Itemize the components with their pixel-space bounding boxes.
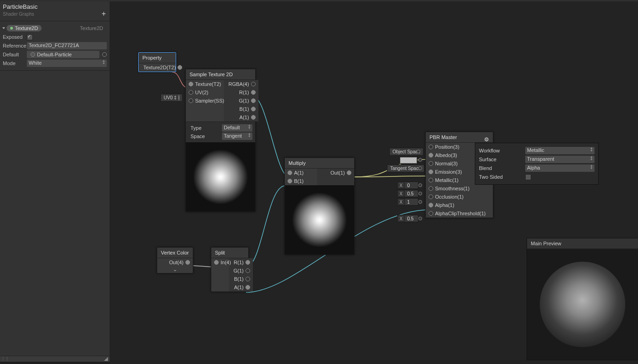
g-out-port[interactable] <box>251 98 256 103</box>
property-node[interactable]: Property Texture2D(T2) <box>138 52 176 72</box>
g-out-port[interactable] <box>245 268 250 273</box>
property-pill[interactable]: Texture2D <box>6 25 42 31</box>
main-preview-viewport[interactable] <box>527 249 638 360</box>
alphaclip-value-pin[interactable]: X0.5 <box>397 215 418 222</box>
pin-connector[interactable] <box>418 183 422 187</box>
expand-icon[interactable] <box>2 27 5 29</box>
blend-label: Blend <box>479 165 525 171</box>
surface-label: Surface <box>479 157 525 162</box>
pin-connector[interactable] <box>418 166 422 170</box>
reference-field[interactable]: Texture2D_FC27721A <box>27 42 107 49</box>
blackboard-footer: ⋮⋮◢ <box>0 356 110 362</box>
workflow-dropdown[interactable]: Metallic <box>525 147 595 154</box>
smoothness-value-pin[interactable]: X0.5 <box>397 190 418 197</box>
expand-preview-icon[interactable]: ⌄ <box>157 267 193 273</box>
pin-connector[interactable] <box>417 150 420 153</box>
metallic-port[interactable] <box>429 178 433 182</box>
node-title[interactable]: Sample Texture 2D <box>186 69 255 80</box>
two-sided-checkbox[interactable] <box>525 174 531 180</box>
node-title[interactable]: Vertex Color <box>157 248 193 258</box>
node-preview <box>186 142 255 212</box>
space-dropdown[interactable]: Tangent <box>222 133 252 140</box>
main-preview-panel[interactable]: Main Preview <box>527 238 638 360</box>
pin-connector[interactable] <box>418 217 422 220</box>
object-picker-icon[interactable] <box>102 52 107 57</box>
graph-subtitle: Shader Graphs <box>3 12 107 17</box>
node-preview <box>285 185 354 255</box>
pin-connector[interactable] <box>418 200 422 204</box>
property-type: Texture2D <box>80 25 103 31</box>
pin-connector[interactable] <box>418 158 422 162</box>
out-port[interactable] <box>347 170 351 175</box>
position-port[interactable] <box>429 145 433 149</box>
sample-texture-node[interactable]: Sample Texture 2D Texture(T2) UV(2) Samp… <box>185 69 256 212</box>
node-title[interactable]: Property <box>139 53 176 63</box>
alpha-port[interactable] <box>429 203 433 207</box>
surface-dropdown[interactable]: Transparent <box>525 156 595 163</box>
pin-connector[interactable] <box>418 192 422 195</box>
mode-dropdown[interactable]: White <box>27 60 107 67</box>
occlusion-value-pin[interactable]: X1 <box>397 198 418 206</box>
out-port[interactable] <box>185 260 190 265</box>
node-title[interactable]: Split <box>211 248 248 258</box>
blend-dropdown[interactable]: Alpha <box>525 164 595 172</box>
b-out-port[interactable] <box>251 107 256 111</box>
mode-label: Mode <box>3 61 27 66</box>
blackboard-panel: ParticleBasic Shader Graphs + Texture2D … <box>0 1 110 362</box>
in-port[interactable] <box>214 260 219 265</box>
uv-in-port[interactable] <box>189 90 193 95</box>
exposed-label: Exposed <box>3 34 27 40</box>
texture-in-port[interactable] <box>189 82 193 86</box>
r-out-port[interactable] <box>245 260 250 265</box>
node-title[interactable]: PBR Master⚙ <box>426 132 493 143</box>
default-texture-field[interactable]: Default-Particle <box>27 51 99 58</box>
albedo-port[interactable] <box>429 153 433 158</box>
add-property-button[interactable]: + <box>102 10 106 18</box>
metallic-value-pin[interactable]: X0 <box>397 182 418 189</box>
rgba-out-port[interactable] <box>251 82 256 86</box>
alphaclip-port[interactable] <box>429 211 433 216</box>
a-out-port[interactable] <box>245 285 250 290</box>
uv-pin-dropdown[interactable]: UV0 ‡ <box>160 94 183 102</box>
r-out-port[interactable] <box>251 90 256 95</box>
out-port-label: Texture2D(T2) <box>141 65 178 70</box>
split-node[interactable]: Split In(4) R(1) G(1) B(1) A(1) <box>211 247 249 292</box>
main-preview-title[interactable]: Main Preview <box>527 238 638 249</box>
multiply-node[interactable]: Multiply A(1) B(1) Out(1) <box>284 158 355 255</box>
b-out-port[interactable] <box>245 277 250 281</box>
type-dropdown[interactable]: Default <box>222 124 252 132</box>
exposed-checkbox[interactable] <box>27 34 33 40</box>
reference-label: Reference <box>3 43 27 49</box>
a-in-port[interactable] <box>288 170 292 175</box>
graph-canvas[interactable]: Property Texture2D(T2) Sample Texture 2D… <box>110 1 638 364</box>
workflow-label: Workflow <box>479 148 525 153</box>
master-settings-popup[interactable]: WorkflowMetallic SurfaceTransparent Blen… <box>475 143 599 185</box>
normal-port[interactable] <box>429 161 433 166</box>
a-out-port[interactable] <box>251 115 256 120</box>
occlusion-port[interactable] <box>429 194 433 199</box>
smoothness-port[interactable] <box>429 186 433 191</box>
sampler-in-port[interactable] <box>189 98 193 103</box>
b-in-port[interactable] <box>288 179 292 183</box>
vertex-color-node[interactable]: Vertex Color Out(4) ⌄ <box>157 247 193 273</box>
property-name: Texture2D <box>15 25 38 31</box>
output-port[interactable] <box>178 65 182 70</box>
two-sided-label: Two Sided <box>479 174 525 180</box>
graph-title: ParticleBasic <box>3 3 107 10</box>
emission-port[interactable] <box>429 170 433 174</box>
default-label: Default <box>3 52 27 57</box>
albedo-color-pin[interactable] <box>399 157 417 164</box>
node-title[interactable]: Multiply <box>285 158 354 169</box>
